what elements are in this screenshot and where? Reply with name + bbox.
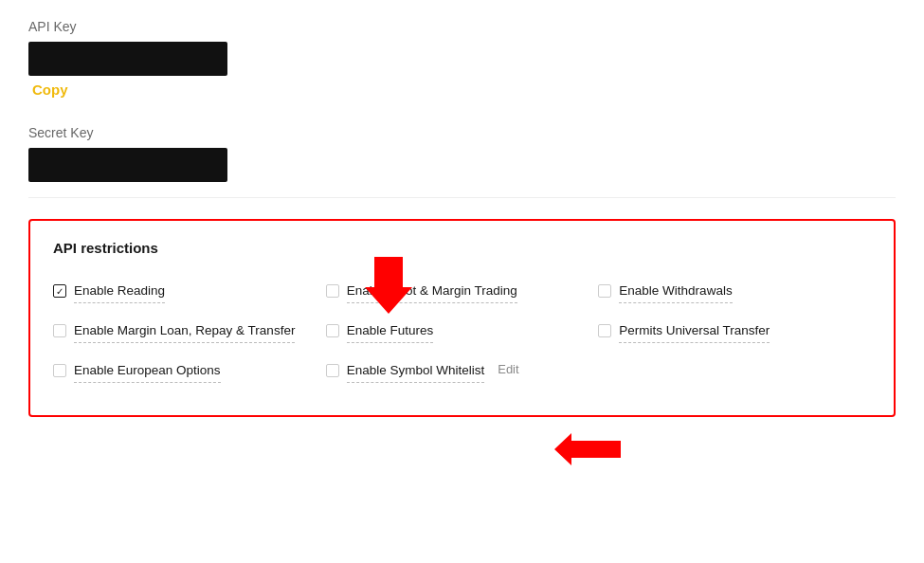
label-enable-symbol: Enable Symbol Whitelist: [347, 362, 485, 383]
label-enable-margin-loan: Enable Margin Loan, Repay & Transfer: [74, 322, 295, 343]
secret-key-value: [28, 148, 227, 182]
down-arrow-icon: [365, 257, 412, 314]
svg-marker-0: [365, 257, 412, 314]
label-enable-reading: Enable Reading: [74, 282, 165, 303]
restriction-enable-reading[interactable]: Enable Reading: [53, 273, 326, 313]
restriction-empty-2-2: [598, 353, 871, 392]
restriction-enable-margin-loan[interactable]: Enable Margin Loan, Repay & Transfer: [53, 313, 326, 353]
secret-key-label: Secret Key: [28, 125, 896, 140]
checkbox-permits-universal[interactable]: [598, 324, 611, 337]
checkbox-enable-symbol[interactable]: [326, 364, 339, 377]
label-enable-european: Enable European Options: [74, 362, 221, 383]
checkbox-enable-withdrawals[interactable]: [598, 284, 611, 298]
api-restrictions-container: API restrictions Enable Reading Enable S…: [28, 219, 896, 417]
api-restrictions-box: API restrictions Enable Reading Enable S…: [28, 219, 896, 417]
label-permits-universal: Permits Universal Transfer: [619, 322, 770, 343]
checkbox-enable-futures[interactable]: [326, 324, 339, 337]
label-enable-futures: Enable Futures: [347, 322, 434, 343]
checkbox-enable-european[interactable]: [53, 364, 66, 377]
svg-marker-1: [554, 433, 621, 465]
checkbox-enable-reading[interactable]: [53, 284, 66, 298]
edit-symbol-button[interactable]: Edit: [498, 362, 518, 376]
api-key-value: [28, 42, 227, 76]
secret-key-section: Secret Key: [28, 125, 896, 198]
restriction-enable-symbol[interactable]: Enable Symbol Whitelist Edit: [326, 353, 599, 392]
checkbox-enable-spot-margin[interactable]: [326, 284, 339, 298]
label-enable-withdrawals: Enable Withdrawals: [619, 282, 732, 303]
restrictions-grid: Enable Reading Enable Spot & Margin Trad…: [53, 273, 871, 392]
checkbox-enable-margin-loan[interactable]: [53, 324, 66, 337]
restriction-enable-withdrawals[interactable]: Enable Withdrawals: [598, 273, 871, 313]
restriction-enable-european[interactable]: Enable European Options: [53, 353, 326, 392]
copy-button[interactable]: Copy: [32, 82, 68, 98]
api-key-label: API Key: [28, 19, 896, 34]
left-arrow-icon: [554, 433, 621, 465]
restriction-enable-futures[interactable]: Enable Futures: [326, 313, 599, 353]
restriction-permits-universal[interactable]: Permits Universal Transfer: [598, 313, 871, 353]
api-key-section: API Key Copy: [28, 19, 896, 99]
api-restrictions-title: API restrictions: [53, 240, 871, 256]
